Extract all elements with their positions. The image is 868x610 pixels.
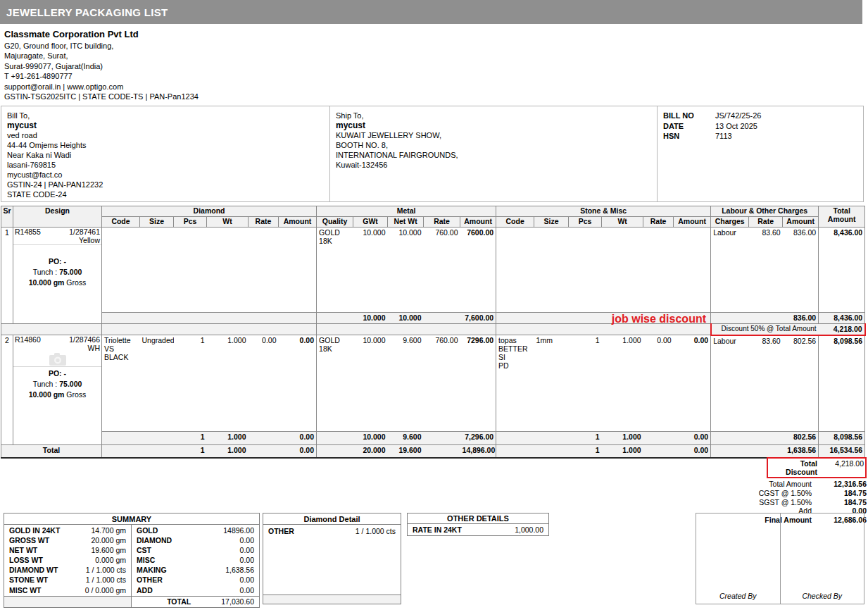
signature-boxes: Created By Checked By: [696, 513, 864, 604]
bill-to-gstin: GSTIN-24 | PAN-PAN12232: [7, 180, 324, 189]
bill-info-block: BILL NO JS/742/25-26 DATE 13 Oct 2025 HS…: [657, 106, 863, 201]
item1-design-no: R14855: [15, 228, 41, 236]
item2-subtotal-row: 1 1.000 0.00 10.000 9.600 7,296.00 1 1.0…: [1, 432, 865, 445]
hsn-label: HSN: [663, 131, 715, 142]
col-m-gwt: GWt: [353, 217, 388, 228]
table-sub-header-row: Code Size Pcs Wt Rate Amount Quality GWt…: [1, 217, 865, 228]
item2-diamond-rate: 0.00: [249, 335, 279, 432]
item2-diamond-size: Ungraded: [140, 335, 174, 432]
item1-labour-amount: 836.00: [783, 228, 819, 313]
item2-diamond-pcs: 1: [174, 335, 207, 432]
bill-to-email: mycust@fact.co: [7, 170, 324, 180]
col-s-code: Code: [496, 217, 534, 228]
col-m-rate: Rate: [424, 217, 460, 228]
items-table: Sr Design Diamond Metal Stone & Misc Lab…: [1, 206, 866, 459]
total-discount-value: 4,218.00: [822, 459, 864, 476]
col-s-wt: Wt: [602, 217, 643, 228]
item1-sr: 1: [1, 228, 13, 324]
summary-value: 0.00: [240, 585, 254, 595]
total-metal-amount: 14,896.00: [460, 445, 496, 458]
total-discount-label: Total Discount: [769, 459, 822, 476]
summary-total-value: 17,030.60: [221, 597, 254, 607]
summary-label: MISC WT: [9, 585, 85, 595]
item1-gross: 10.000 gm Gross: [13, 278, 101, 288]
summary-label: CST: [137, 545, 240, 555]
group-metal: Metal: [317, 206, 496, 217]
summary-value: 20.000 gm: [91, 535, 126, 545]
job-wise-discount-annotation: job wise discount: [595, 313, 706, 325]
summary-label: STONE WT: [9, 575, 86, 585]
item2-sub-d-amount: 0.00: [279, 432, 317, 445]
summary-value: 0.000 gm: [95, 555, 126, 565]
total-labour-amount: 1,638.56: [783, 445, 819, 458]
item2-metal-amount: 7296.00: [460, 335, 496, 432]
item1-design-cell: R14855 1/287461 Yellow PO: - Tunch : 75.…: [13, 228, 102, 324]
ship-to-block: Ship To, mycust KUWAIT JEWELLERY SHOW, B…: [329, 106, 657, 201]
summary-label: OTHER: [137, 575, 240, 585]
summary-label: GOLD: [137, 525, 223, 535]
item2-sub-labour-amount: 802.56: [783, 432, 819, 445]
item2-design-variant: 1/287466: [69, 335, 100, 344]
sgst-value: 184.75: [819, 498, 867, 507]
total-d-pcs: 1: [174, 445, 207, 458]
item2-labour-rate: 83.60: [749, 335, 783, 432]
table-group-header-row: Sr Design Diamond Metal Stone & Misc Lab…: [1, 206, 865, 217]
cgst-value: 184.75: [819, 489, 867, 498]
hsn-value: 7113: [715, 131, 732, 142]
summary-box: SUMMARY GOLD IN 24KT14.700 gm GROSS WT20…: [4, 513, 260, 608]
ship-to-line: Kuwait-132456: [336, 160, 651, 170]
company-phone: T +91-261-4890777: [4, 71, 199, 81]
camera-icon: [49, 352, 67, 366]
summary-total-row: TOTAL 17,030.60: [4, 596, 259, 607]
group-stone: Stone & Misc: [496, 206, 711, 217]
date-label: DATE: [663, 121, 715, 132]
company-gstin: GSTIN-TSG2025ITC | STATE CODE-TS | PAN-P…: [4, 92, 199, 101]
total-amount-value: 12,316.56: [819, 480, 867, 489]
bill-to-block: Bill To, mycust ved road 44-44 Omjems He…: [1, 106, 329, 201]
other-details-value: 1,000.00: [515, 525, 543, 535]
summary-label: ADD: [137, 585, 240, 595]
item1-sub-labour-amount: 836.00: [783, 313, 819, 324]
item1-metal-gwt: 10.000: [353, 228, 388, 313]
address-band: Bill To, mycust ved road 44-44 Omjems He…: [1, 106, 864, 202]
col-d-size: Size: [140, 217, 174, 228]
item1-sub-metal-amount: 7,600.00: [460, 313, 496, 324]
item2-diamond-wt: 1.000: [207, 335, 249, 432]
bill-to-state: STATE CODE-24: [7, 189, 324, 199]
company-block: Classmate Corporation Pvt Ltd G20, Groun…: [4, 28, 199, 101]
col-total-amount: Total Amount: [819, 206, 865, 228]
ship-to-line: KUWAIT JEWELLERY SHOW,: [336, 130, 651, 140]
company-name: Classmate Corporation Pvt Ltd: [4, 28, 199, 41]
page-title: JEWELLERY PACKAGING LIST: [0, 0, 862, 24]
item2-metal-gwt: 10.000: [353, 335, 388, 432]
bill-to-line: Near Kaka ni Wadi: [7, 150, 324, 160]
total-amount-row: Total Amount 12,316.56: [697, 480, 867, 489]
sgst-label: SGST @ 1.50%: [697, 498, 819, 507]
col-m-amount: Amount: [460, 217, 496, 228]
col-s-rate: Rate: [643, 217, 674, 228]
item1-total-amount: 8,436.00: [819, 228, 865, 313]
bill-no-label: BILL NO: [663, 111, 715, 121]
summary-label: NET WT: [9, 545, 91, 555]
summary-value: 1 / 1.000 cts: [86, 565, 126, 575]
item1-design-color: Yellow: [15, 236, 100, 244]
item2-sub-s-amount: 0.00: [674, 432, 711, 445]
jewellery-packaging-list-page: JEWELLERY PACKAGING LIST Classmate Corpo…: [0, 0, 868, 610]
other-details-label: RATE IN 24KT: [413, 525, 515, 535]
table-total-row: Total 1 1.000 0.00 20.000 19.600 14,896.…: [1, 445, 865, 458]
summary-value: 0.00: [240, 575, 254, 585]
item2-sub-d-pcs: 1: [174, 432, 207, 445]
col-s-pcs: Pcs: [569, 217, 602, 228]
summary-value: 0.00: [240, 535, 254, 545]
bill-to-line: lasani-769815: [7, 160, 324, 170]
col-d-pcs: Pcs: [174, 217, 207, 228]
item2-labour-amount: 802.56: [783, 335, 819, 432]
summary-value: 1 / 1.000 cts: [86, 575, 126, 585]
item2-metal-netwt: 9.600: [388, 335, 424, 432]
summary-label: LOSS WT: [9, 555, 95, 565]
ship-to-name: mycust: [336, 120, 651, 130]
item1-sub-netwt: 10.000: [388, 313, 424, 324]
item2-diamond-code: Triolette VS BLACK: [102, 335, 140, 432]
cgst-row: CGST @ 1.50% 184.75: [697, 489, 867, 498]
bill-to-line: ved road: [7, 130, 324, 140]
